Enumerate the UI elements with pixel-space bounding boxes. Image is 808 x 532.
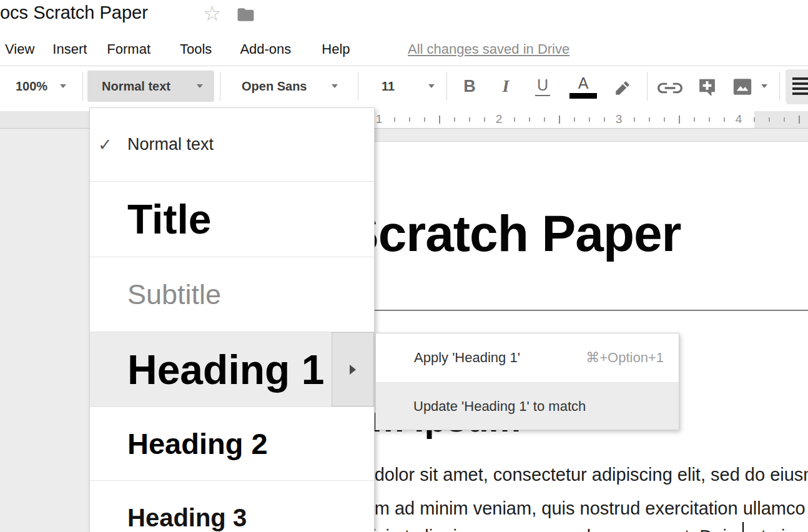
- chevron-down-icon[interactable]: [761, 84, 767, 88]
- chevron-down-icon: [60, 84, 66, 88]
- toolbar: 100% Normal text Open Sans 11 B I U A: [0, 66, 808, 111]
- toolbar-separator: [647, 72, 648, 101]
- toolbar-separator: [220, 72, 220, 101]
- bold-button[interactable]: B: [460, 71, 480, 102]
- paragraph-styles-menu: ✓ Normal text Title Subtitle Heading 1 H…: [89, 107, 375, 532]
- google-docs-window: Docs Scratch Paper ☆ View Insert Format …: [0, 0, 808, 532]
- font-size-select[interactable]: 11: [382, 71, 395, 102]
- star-icon[interactable]: ☆: [203, 1, 222, 26]
- apply-heading1-shortcut: ⌘+Option+1: [586, 350, 664, 366]
- font-size-value: 11: [382, 79, 395, 94]
- heading1-submenu-button[interactable]: [332, 332, 374, 406]
- heading2-label: Heading 2: [127, 426, 268, 461]
- toolbar-separator: [779, 72, 780, 101]
- insert-link-icon[interactable]: [658, 80, 682, 99]
- menu-format[interactable]: Format: [107, 41, 150, 57]
- zoom-value: 100%: [16, 79, 47, 94]
- menu-view[interactable]: View: [5, 41, 34, 57]
- highlight-color-button[interactable]: [612, 77, 633, 101]
- normal-text-label: Normal text: [127, 135, 214, 154]
- menu-item-subtitle[interactable]: Subtitle: [90, 257, 374, 332]
- style-value: Normal text: [102, 79, 170, 94]
- submenu-arrow-icon: [350, 365, 356, 375]
- zoom-select[interactable]: 100%: [16, 71, 47, 102]
- chevron-down-icon[interactable]: [332, 84, 338, 88]
- insert-image-icon[interactable]: [732, 76, 753, 100]
- underline-glyph: U: [535, 76, 550, 96]
- text-color-glyph: A: [569, 75, 597, 91]
- menu-addons[interactable]: Add-ons: [240, 41, 291, 57]
- underline-button[interactable]: U: [532, 71, 553, 102]
- toolbar-separator: [82, 72, 83, 101]
- menu-help[interactable]: Help: [322, 41, 350, 57]
- heading1-label: Heading 1: [127, 346, 324, 393]
- text-color-swatch: [569, 93, 597, 99]
- menu-item-normal-text[interactable]: ✓ Normal text: [90, 108, 374, 181]
- heading1-submenu: Apply 'Heading 1' ⌘+Option+1 Update 'Hea…: [375, 333, 679, 430]
- align-justify-button[interactable]: [786, 69, 808, 104]
- titlebar: Docs Scratch Paper ☆: [0, 0, 808, 32]
- submenu-item-apply-heading1[interactable]: Apply 'Heading 1' ⌘+Option+1: [376, 333, 679, 382]
- font-value: Open Sans: [242, 79, 307, 94]
- submenu-item-update-heading1[interactable]: Update 'Heading 1' to match: [376, 382, 679, 430]
- document-title-input[interactable]: Docs Scratch Paper: [0, 2, 148, 23]
- paragraph-style-select[interactable]: Normal text: [87, 71, 214, 102]
- subtitle-label: Subtitle: [127, 278, 221, 311]
- menu-item-heading2[interactable]: Heading 2: [90, 406, 374, 480]
- apply-heading1-label: Apply 'Heading 1': [414, 350, 520, 366]
- folder-icon[interactable]: [236, 5, 255, 27]
- title-label: Title: [127, 195, 211, 243]
- menu-tools[interactable]: Tools: [180, 41, 212, 57]
- toolbar-separator: [446, 72, 447, 101]
- italic-button[interactable]: I: [497, 71, 515, 102]
- align-justify-icon: [792, 77, 808, 80]
- chevron-down-icon: [197, 84, 203, 88]
- update-heading1-label: Update 'Heading 1' to match: [413, 398, 586, 415]
- chevron-down-icon[interactable]: [428, 84, 435, 88]
- checkmark-icon: ✓: [98, 135, 112, 155]
- save-status-link[interactable]: All changes saved in Drive: [408, 41, 569, 57]
- menu-item-title[interactable]: Title: [90, 181, 374, 257]
- toolbar-separator: [358, 72, 358, 101]
- menubar: View Insert Format Tools Add-ons Help Al…: [0, 32, 808, 66]
- add-comment-icon[interactable]: [697, 76, 717, 100]
- font-family-select[interactable]: Open Sans: [242, 71, 307, 102]
- heading3-label: Heading 3: [127, 504, 247, 532]
- menu-item-heading1[interactable]: Heading 1: [90, 332, 374, 406]
- menu-insert[interactable]: Insert: [52, 41, 87, 57]
- text-color-button[interactable]: A: [569, 75, 597, 99]
- menu-item-heading3[interactable]: Heading 3: [90, 480, 374, 532]
